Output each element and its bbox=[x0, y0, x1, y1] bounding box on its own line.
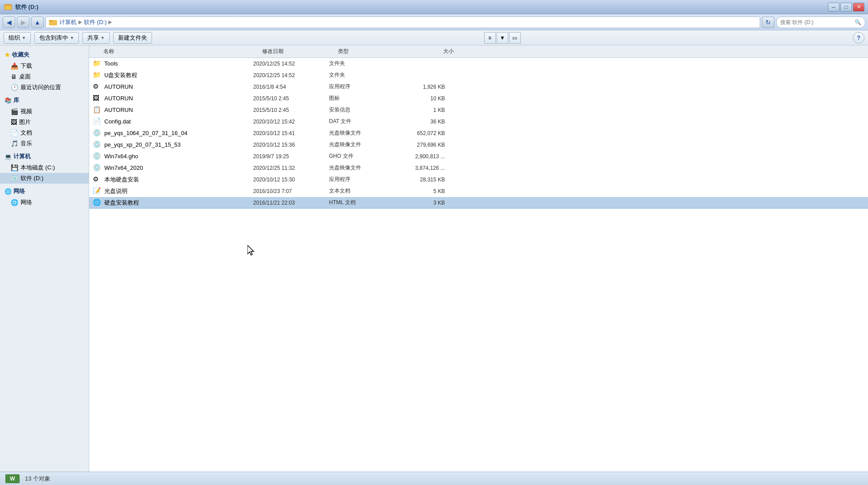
status-count: 13 个对象 bbox=[25, 475, 50, 483]
table-row[interactable]: 📁 Tools 2020/12/25 14:52 文件夹 bbox=[89, 58, 868, 70]
file-icon: 💿 bbox=[93, 152, 102, 161]
table-row[interactable]: ⚙ AUTORUN 2016/1/8 4:54 应用程序 1,926 KB bbox=[89, 81, 868, 93]
view-buttons: ≡ ▼ ▭ bbox=[484, 32, 521, 44]
maximize-button[interactable]: □ bbox=[840, 3, 852, 12]
status-app-icon: W bbox=[4, 473, 21, 485]
sidebar-network-header[interactable]: 🌐 网络 bbox=[0, 185, 89, 197]
close-button[interactable]: ✕ bbox=[853, 3, 864, 12]
file-icon: 📁 bbox=[93, 59, 102, 68]
file-size: 2,900,813 ... bbox=[391, 153, 445, 160]
file-icon: 💿 bbox=[93, 164, 102, 173]
music-icon: 🎵 bbox=[11, 140, 18, 147]
file-name: 📄 Config.dat bbox=[93, 117, 253, 126]
sidebar-item-pictures[interactable]: 🖼 图片 bbox=[0, 117, 89, 127]
forward-button[interactable]: ▶ bbox=[17, 16, 29, 28]
breadcrumb: 计算机 ▶ 软件 (D:) ▶ bbox=[45, 16, 760, 28]
file-size: 1 KB bbox=[391, 107, 445, 113]
sidebar-item-video[interactable]: 🎬 视频 bbox=[0, 106, 89, 117]
file-type: 图标 bbox=[329, 95, 391, 102]
share-button[interactable]: 共享 ▼ bbox=[82, 32, 110, 44]
file-size: 5 KB bbox=[391, 188, 445, 194]
table-row[interactable]: ⚙ 本地硬盘安装 2020/10/12 15:30 应用程序 28,315 KB bbox=[89, 174, 868, 185]
pictures-icon: 🖼 bbox=[11, 119, 17, 126]
sidebar-favorites-header[interactable]: ★ 收藏夹 bbox=[0, 49, 89, 61]
search-box[interactable]: 🔍 bbox=[776, 16, 865, 28]
sidebar-item-documents[interactable]: 📄 文档 bbox=[0, 127, 89, 138]
file-type: 文件夹 bbox=[329, 71, 391, 79]
refresh-button[interactable]: ↻ bbox=[762, 16, 774, 28]
sidebar-item-drive-c[interactable]: 💾 本地磁盘 (C:) bbox=[0, 162, 89, 173]
star-icon: ★ bbox=[4, 51, 10, 58]
organize-dropdown-arrow: ▼ bbox=[22, 36, 26, 40]
file-date: 2020/10/12 15:36 bbox=[253, 142, 329, 148]
file-date: 2020/10/12 15:42 bbox=[253, 119, 329, 125]
file-name: 📝 光盘说明 bbox=[93, 187, 253, 196]
file-icon: 💿 bbox=[93, 129, 102, 138]
table-row[interactable]: 📄 Config.dat 2020/10/12 15:42 DAT 文件 36 … bbox=[89, 116, 868, 127]
col-header-type[interactable]: 类型 bbox=[338, 48, 400, 55]
file-date: 2020/12/25 11:32 bbox=[253, 165, 329, 171]
file-size: 36 KB bbox=[391, 119, 445, 125]
file-type: 文本文档 bbox=[329, 187, 391, 195]
view-list-button[interactable]: ≡ bbox=[484, 32, 496, 44]
network-header-icon: 🌐 bbox=[4, 188, 12, 195]
file-date: 2015/5/10 2:45 bbox=[253, 107, 329, 113]
toolbar: 组织 ▼ 包含到库中 ▼ 共享 ▼ 新建文件夹 ≡ ▼ ▭ ? bbox=[0, 30, 868, 45]
organize-button[interactable]: 组织 ▼ bbox=[4, 32, 31, 44]
up-button[interactable]: ▲ bbox=[31, 16, 44, 28]
help-button[interactable]: ? bbox=[853, 32, 864, 44]
file-date: 2016/11/21 22:03 bbox=[253, 200, 329, 206]
table-row[interactable]: 📋 AUTORUN 2015/5/10 2:45 安装信息 1 KB bbox=[89, 104, 868, 116]
file-list-header: 名称 修改日期 类型 大小 bbox=[89, 45, 868, 58]
table-row[interactable]: 🖼 AUTORUN 2015/5/10 2:45 图标 10 KB bbox=[89, 93, 868, 104]
col-header-name[interactable]: 名称 bbox=[93, 48, 262, 55]
sidebar-item-recent[interactable]: 🕐 最近访问的位置 bbox=[0, 82, 89, 93]
file-name: 📋 AUTORUN bbox=[93, 106, 253, 115]
title-bar: 软件 (D:) ─ □ ✕ bbox=[0, 0, 868, 14]
window-title: 软件 (D:) bbox=[15, 3, 38, 11]
include-library-button[interactable]: 包含到库中 ▼ bbox=[34, 32, 79, 44]
table-row[interactable]: 💿 pe_yqs_xp_20_07_31_15_53 2020/10/12 15… bbox=[89, 139, 868, 151]
table-row[interactable]: 📁 U盘安装教程 2020/12/25 14:52 文件夹 bbox=[89, 70, 868, 81]
file-date: 2020/10/12 15:41 bbox=[253, 130, 329, 136]
folder-icon bbox=[49, 18, 58, 27]
computer-icon: 💻 bbox=[4, 153, 12, 160]
back-button[interactable]: ◀ bbox=[3, 16, 15, 28]
col-header-date[interactable]: 修改日期 bbox=[262, 48, 338, 55]
file-name: 📁 Tools bbox=[93, 59, 253, 68]
sidebar-item-music[interactable]: 🎵 音乐 bbox=[0, 138, 89, 149]
file-icon: ⚙ bbox=[93, 175, 102, 184]
svg-rect-3 bbox=[49, 20, 53, 21]
breadcrumb-computer[interactable]: 计算机 bbox=[59, 18, 77, 26]
sidebar-library-header[interactable]: 📚 库 bbox=[0, 95, 89, 106]
view-dropdown-button[interactable]: ▼ bbox=[497, 32, 508, 44]
file-date: 2020/12/25 14:52 bbox=[253, 72, 329, 78]
file-type: 光盘映像文件 bbox=[329, 129, 391, 137]
new-folder-button[interactable]: 新建文件夹 bbox=[113, 32, 152, 44]
breadcrumb-drive[interactable]: 软件 (D:) bbox=[84, 18, 107, 26]
table-row[interactable]: 🌐 硬盘安装教程 2016/11/21 22:03 HTML 文档 3 KB bbox=[89, 197, 868, 209]
table-row[interactable]: 💿 Win7x64_2020 2020/12/25 11:32 光盘映像文件 3… bbox=[89, 162, 868, 174]
network-icon: 🌐 bbox=[11, 199, 18, 206]
file-type: 光盘映像文件 bbox=[329, 141, 391, 148]
sidebar-item-desktop[interactable]: 🖥 桌面 bbox=[0, 71, 89, 82]
minimize-button[interactable]: ─ bbox=[828, 3, 839, 12]
file-date: 2015/5/10 2:45 bbox=[253, 95, 329, 102]
window-icon bbox=[4, 3, 12, 12]
sidebar-computer-header[interactable]: 💻 计算机 bbox=[0, 151, 89, 162]
status-bar: W 13 个对象 bbox=[0, 472, 868, 485]
col-header-size[interactable]: 大小 bbox=[400, 48, 454, 55]
sidebar-item-drive-d[interactable]: 💿 软件 (D:) bbox=[0, 173, 89, 184]
table-row[interactable]: 📝 光盘说明 2016/10/23 7:07 文本文档 5 KB bbox=[89, 185, 868, 197]
sidebar-item-download[interactable]: 📥 下载 bbox=[0, 61, 89, 71]
file-type: GHO 文件 bbox=[329, 152, 391, 160]
file-type: HTML 文档 bbox=[329, 199, 391, 206]
view-pane-button[interactable]: ▭ bbox=[509, 32, 521, 44]
table-row[interactable]: 💿 pe_yqs_1064_20_07_31_16_04 2020/10/12 … bbox=[89, 127, 868, 139]
sidebar-item-network[interactable]: 🌐 网络 bbox=[0, 197, 89, 208]
search-input[interactable] bbox=[780, 19, 853, 25]
file-name: 🌐 硬盘安装教程 bbox=[93, 198, 253, 207]
file-name: 📁 U盘安装教程 bbox=[93, 71, 253, 80]
recent-icon: 🕐 bbox=[11, 84, 18, 91]
table-row[interactable]: 💿 Win7x64.gho 2019/9/7 19:25 GHO 文件 2,90… bbox=[89, 151, 868, 162]
